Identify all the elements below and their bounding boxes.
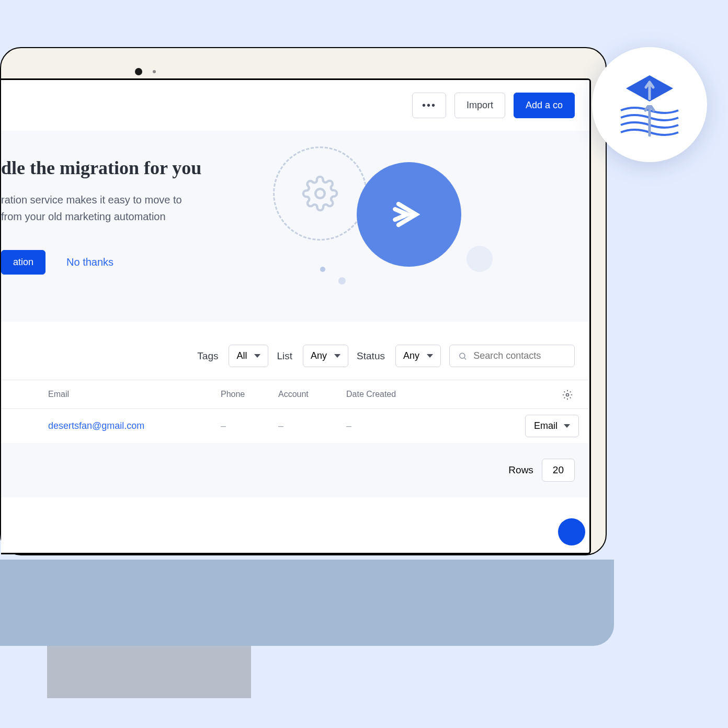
column-account: Account — [278, 390, 346, 399]
status-filter-label: Status — [357, 350, 385, 362]
monitor-base — [0, 560, 614, 646]
column-date: Date Created — [346, 390, 440, 399]
no-thanks-link[interactable]: No thanks — [66, 256, 113, 268]
upload-diamond-icon — [621, 73, 678, 109]
column-phone: Phone — [221, 390, 278, 399]
decoration-dot — [320, 267, 325, 272]
search-contacts-input[interactable] — [449, 345, 575, 367]
app-screen: ••• Import Add a co dle the migration fo… — [1, 78, 591, 554]
table-settings-icon[interactable] — [562, 390, 573, 400]
row-action-select[interactable]: Email — [525, 415, 579, 437]
tags-filter-label: Tags — [197, 350, 218, 362]
gear-icon — [302, 175, 338, 212]
contact-date: – — [346, 420, 440, 431]
chevron-down-icon — [564, 424, 570, 428]
brand-logo-circle — [357, 162, 461, 267]
camera-indicator-icon — [153, 70, 156, 73]
floating-action-button[interactable] — [558, 518, 585, 545]
integration-badge — [592, 47, 707, 162]
top-toolbar: ••• Import Add a co — [1, 80, 589, 131]
list-filter-select[interactable]: Any — [303, 345, 348, 367]
import-button[interactable]: Import — [454, 93, 505, 118]
filter-bar: Tags All List Any Status Any — [1, 322, 589, 380]
chevron-right-icon — [388, 194, 430, 235]
decoration-dot — [467, 246, 493, 272]
decoration-dot — [338, 277, 346, 285]
rows-label: Rows — [508, 464, 533, 476]
contact-account: – — [278, 420, 346, 431]
svg-point-0 — [315, 189, 325, 198]
rows-per-page-select[interactable]: 20 — [542, 459, 575, 482]
migration-hero: dle the migration for you ration service… — [1, 131, 589, 322]
chevron-down-icon — [334, 354, 340, 358]
table-footer: Rows 20 — [1, 443, 589, 497]
waves-icon — [618, 105, 681, 136]
more-button[interactable]: ••• — [412, 93, 446, 118]
list-filter-label: List — [277, 350, 292, 362]
gear-decoration — [273, 146, 367, 241]
camera-icon — [135, 68, 142, 75]
column-email: Email — [48, 390, 221, 399]
chevron-down-icon — [254, 354, 260, 358]
monitor-stand — [47, 646, 251, 698]
hero-description: ration service makes it easy to move to … — [1, 191, 252, 225]
monitor-bezel: ••• Import Add a co dle the migration fo… — [0, 47, 607, 555]
contact-email-link[interactable]: desertsfan@gmail.com — [48, 420, 221, 431]
start-migration-button[interactable]: ation — [1, 250, 46, 275]
status-filter-select[interactable]: Any — [395, 345, 441, 367]
svg-point-2 — [566, 394, 569, 396]
search-icon — [458, 351, 467, 361]
contact-phone: – — [221, 420, 278, 431]
tags-filter-select[interactable]: All — [229, 345, 268, 367]
svg-point-1 — [460, 353, 465, 358]
chevron-down-icon — [427, 354, 433, 358]
contacts-table-header: Email Phone Account Date Created — [1, 380, 589, 409]
add-contact-button[interactable]: Add a co — [514, 93, 575, 118]
table-row: desertsfan@gmail.com – – – Email — [1, 409, 589, 443]
